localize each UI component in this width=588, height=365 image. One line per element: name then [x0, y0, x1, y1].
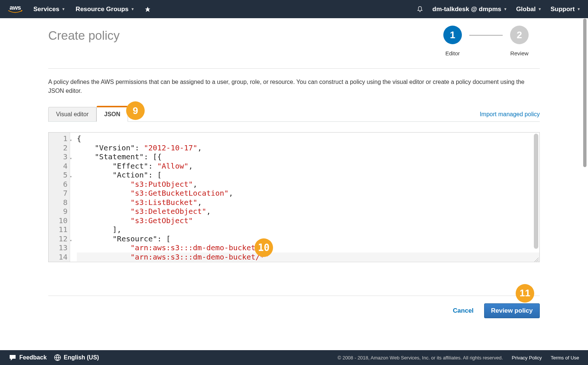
cancel-button[interactable]: Cancel [450, 303, 477, 318]
nav-support[interactable]: Support ▼ [551, 6, 581, 13]
gutter-line[interactable]: 8 [49, 198, 68, 207]
gutter-line[interactable]: 7 [49, 189, 68, 198]
annotation-10: 10 [254, 238, 273, 257]
bell-icon[interactable] [416, 6, 424, 13]
annotation-11: 11 [516, 284, 534, 303]
chevron-down-icon: ▼ [62, 7, 65, 11]
gutter-line[interactable]: 6 [49, 180, 68, 189]
nav-account[interactable]: dm-talkdesk @ dmpms ▼ [433, 6, 507, 13]
language-label: English (US) [64, 354, 99, 361]
tab-visual-editor[interactable]: Visual editor [48, 107, 96, 121]
nav-services[interactable]: Services ▼ [33, 6, 65, 13]
editor-scrollbar[interactable] [534, 134, 538, 249]
review-policy-button[interactable]: Review policy [484, 303, 540, 318]
tabs-row: Visual editor JSON 9 Import managed poli… [48, 106, 540, 122]
gutter-line[interactable]: 11 [49, 225, 68, 234]
step-review[interactable]: 2 Review [503, 26, 536, 56]
language-selector[interactable]: English (US) [54, 354, 99, 361]
chevron-down-icon: ▼ [538, 7, 542, 11]
top-nav: aws Services ▼ Resource Groups ▼ dm-talk… [0, 0, 588, 18]
step-1-circle: 1 [443, 26, 462, 44]
nav-region-label: Global [516, 6, 536, 13]
step-1-label: Editor [445, 50, 460, 56]
chat-icon [9, 354, 16, 361]
chevron-down-icon: ▼ [577, 7, 581, 11]
bottom-bar: Feedback English (US) © 2008 - 2018, Ama… [0, 350, 588, 365]
page-title: Create policy [48, 26, 120, 43]
gutter-line[interactable]: 9 [49, 207, 68, 216]
gutter-line[interactable]: 3 [49, 152, 68, 162]
nav-account-label: dm-talkdesk @ dmpms [433, 6, 502, 13]
gutter-line[interactable]: 14 [49, 252, 68, 262]
aws-smile-icon [7, 10, 23, 14]
feedback-link[interactable]: Feedback [9, 354, 47, 361]
copyright-text: © 2008 - 2018, Amazon Web Services, Inc.… [338, 355, 503, 361]
aws-logo[interactable]: aws [7, 4, 23, 14]
gutter-line[interactable]: 1 [49, 134, 68, 143]
editor-resize-handle[interactable] [533, 256, 539, 261]
privacy-policy-link[interactable]: Privacy Policy [512, 355, 542, 361]
terms-of-use-link[interactable]: Terms of Use [551, 355, 579, 361]
gutter-line[interactable]: 10 [49, 216, 68, 225]
main-content: Create policy 1 Editor 2 Review A policy… [0, 18, 588, 329]
gutter-line[interactable]: 2 [49, 143, 68, 153]
step-2-label: Review [510, 50, 528, 56]
bottom-right: © 2008 - 2018, Amazon Web Services, Inc.… [338, 355, 579, 361]
step-2-circle: 2 [510, 26, 529, 44]
divider [48, 68, 540, 69]
gutter-line[interactable]: 12 [49, 234, 68, 244]
nav-support-label: Support [551, 6, 575, 13]
editor-gutter: 1 2 3 4 5 6 7 8 9 10 11 12 13 14 [49, 133, 70, 262]
chevron-down-icon: ▼ [131, 7, 135, 11]
step-connector [469, 35, 503, 36]
nav-resource-groups[interactable]: Resource Groups ▼ [76, 6, 135, 13]
json-editor: 1 2 3 4 5 6 7 8 9 10 11 12 13 14 { "Vers… [48, 132, 540, 262]
tab-json[interactable]: JSON [96, 106, 128, 122]
gutter-line[interactable]: 5 [49, 170, 68, 180]
actions-row: 11 Cancel Review policy [48, 303, 540, 329]
code-area[interactable]: { "Version": "2012-10-17", "Statement": … [70, 133, 539, 262]
step-editor[interactable]: 1 Editor [436, 26, 469, 56]
page-header: Create policy 1 Editor 2 Review [48, 18, 540, 56]
page-description: A policy defines the AWS permissions tha… [48, 78, 540, 95]
pin-icon[interactable] [145, 6, 151, 12]
actions-divider [48, 296, 540, 296]
import-managed-policy-link[interactable]: Import managed policy [480, 111, 540, 121]
tabs-left: Visual editor JSON 9 [48, 106, 128, 121]
gutter-line[interactable]: 13 [49, 243, 68, 252]
nav-services-label: Services [33, 6, 59, 13]
nav-region[interactable]: Global ▼ [516, 6, 542, 13]
stepper: 1 Editor 2 Review [436, 26, 536, 56]
nav-left: aws Services ▼ Resource Groups ▼ [7, 4, 151, 14]
gutter-line[interactable]: 4 [49, 162, 68, 171]
nav-right: dm-talkdesk @ dmpms ▼ Global ▼ Support ▼ [416, 6, 581, 13]
globe-icon [54, 354, 61, 361]
annotation-9: 9 [126, 101, 145, 120]
feedback-label: Feedback [19, 354, 47, 361]
chevron-down-icon: ▼ [503, 7, 507, 11]
bottom-left: Feedback English (US) [9, 354, 99, 361]
nav-resource-groups-label: Resource Groups [76, 6, 129, 13]
